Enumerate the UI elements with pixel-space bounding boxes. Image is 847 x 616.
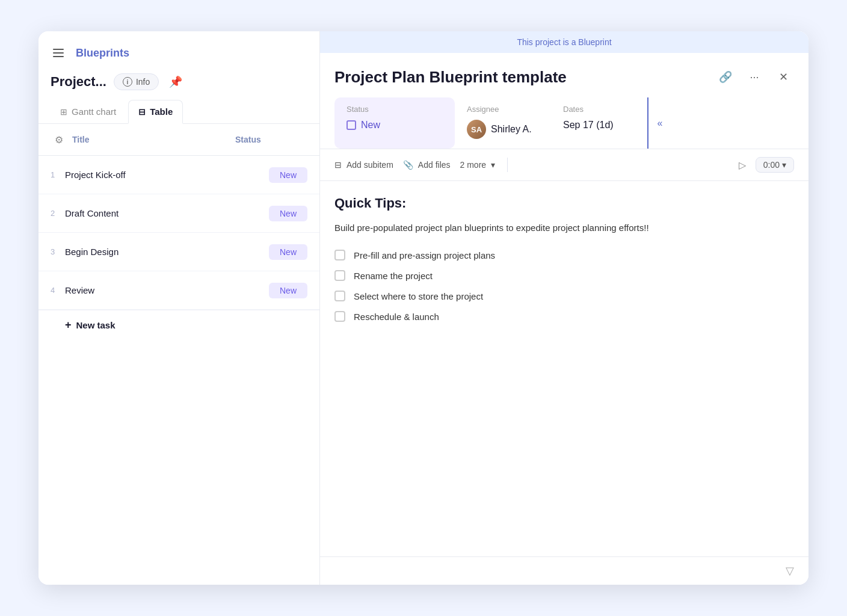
status-value: New <box>346 120 443 131</box>
task-title: Project Kick-off <box>65 170 269 180</box>
info-button[interactable]: i Info <box>114 73 159 90</box>
checklist-label: Select where to store the project <box>354 291 483 301</box>
status-badge: New <box>269 167 307 183</box>
dates-value: Sep 17 (1d) <box>563 120 635 131</box>
meta-row: Status New Assignee SA Shirley A. Dates <box>320 97 808 149</box>
list-item[interactable]: Reschedule & launch <box>334 311 794 322</box>
detail-title: Project Plan Blueprint template <box>334 68 705 87</box>
checkbox[interactable] <box>334 250 345 260</box>
paperclip-icon: 📎 <box>403 160 413 170</box>
timer-display[interactable]: 0:00 ▾ <box>756 157 794 173</box>
view-tabs: ⊞ Gantt chart ⊟ Table <box>38 100 319 124</box>
status-text: New <box>361 120 380 131</box>
assignee-meta-card[interactable]: Assignee SA Shirley A. <box>455 97 551 149</box>
date-text: Sep 17 (1d) <box>563 120 614 131</box>
checkbox[interactable] <box>334 291 345 301</box>
left-panel: Blueprints Project... i Info 📌 ⊞ Gantt c… <box>38 31 320 585</box>
status-checkbox[interactable] <box>346 120 356 130</box>
table-icon: ⊟ <box>138 107 146 117</box>
header-actions: 🔗 ··· ✕ <box>715 66 794 88</box>
table-row[interactable]: 1 Project Kick-off New <box>38 156 319 194</box>
status-badge: New <box>269 283 307 298</box>
dates-meta-card[interactable]: Dates Sep 17 (1d) <box>551 97 647 149</box>
detail-footer: ▽ <box>320 556 808 585</box>
checklist-label: Pre-fill and pre-assign project plans <box>354 250 495 260</box>
project-title: Project... <box>51 74 106 90</box>
right-panel: This project is a Blueprint Project Plan… <box>320 31 808 585</box>
task-title: Review <box>65 285 269 295</box>
menu-icon[interactable] <box>51 43 70 63</box>
filter-icon[interactable]: ▽ <box>786 564 794 578</box>
task-title: Begin Design <box>65 247 269 257</box>
checklist-label: Rename the project <box>354 271 433 281</box>
timer-section: ▷ 0:00 ▾ <box>734 156 794 173</box>
info-icon: i <box>123 77 132 87</box>
play-button[interactable]: ▷ <box>734 156 751 173</box>
avatar: SA <box>467 120 486 139</box>
chevron-down-icon: ▾ <box>491 160 495 170</box>
more-options-icon[interactable]: ··· <box>744 66 765 88</box>
settings-icon[interactable]: ⚙ <box>51 131 67 148</box>
col-status-label: Status <box>235 135 307 144</box>
task-title: Draft Content <box>65 208 269 218</box>
project-header: Project... i Info 📌 <box>38 70 319 100</box>
assignee-label: Assignee <box>467 105 539 114</box>
table-row[interactable]: 2 Draft Content New <box>38 194 319 233</box>
close-icon[interactable]: ✕ <box>772 66 794 88</box>
list-item[interactable]: Select where to store the project <box>334 291 794 301</box>
status-meta-card[interactable]: Status New <box>334 97 455 149</box>
quick-tips-title: Quick Tips: <box>334 196 794 211</box>
checklist: Pre-fill and pre-assign project plans Re… <box>334 250 794 322</box>
link-icon[interactable]: 🔗 <box>715 66 736 88</box>
subitem-icon: ⊟ <box>334 160 342 170</box>
table-row[interactable]: 3 Begin Design New <box>38 233 319 271</box>
assignee-value: SA Shirley A. <box>467 120 539 139</box>
list-item[interactable]: Pre-fill and pre-assign project plans <box>334 250 794 260</box>
list-item[interactable]: Rename the project <box>334 270 794 281</box>
table-header: ⚙ Title Status <box>38 124 319 156</box>
status-label: Status <box>346 105 443 114</box>
detail-body: Quick Tips: Build pre-populated project … <box>320 181 808 556</box>
add-files-button[interactable]: 📎 Add files <box>403 158 451 172</box>
pin-icon[interactable]: 📌 <box>166 72 185 91</box>
new-task-button[interactable]: + New task <box>38 310 319 340</box>
plus-icon: + <box>65 319 72 331</box>
checkbox[interactable] <box>334 270 345 281</box>
more-options-button[interactable]: 2 more ▾ <box>460 158 496 172</box>
top-bar: Blueprints <box>38 31 319 70</box>
chevron-down-icon: ▾ <box>782 160 786 170</box>
checkbox[interactable] <box>334 311 345 322</box>
detail-header: Project Plan Blueprint template 🔗 ··· ✕ <box>320 53 808 97</box>
divider <box>507 158 508 172</box>
collapse-panel-button[interactable]: « <box>647 97 671 149</box>
brand-title: Blueprints <box>76 47 129 60</box>
subitem-bar: ⊟ Add subitem 📎 Add files 2 more ▾ ▷ 0:0… <box>320 149 808 181</box>
tab-table[interactable]: ⊟ Table <box>128 100 183 124</box>
status-badge: New <box>269 244 307 260</box>
add-subitem-button[interactable]: ⊟ Add subitem <box>334 158 393 172</box>
gantt-icon: ⊞ <box>60 107 67 117</box>
col-title-label: Title <box>72 135 230 144</box>
row-number: 1 <box>51 170 65 179</box>
task-list: 1 Project Kick-off New 2 Draft Content N… <box>38 156 319 585</box>
table-row[interactable]: 4 Review New <box>38 271 319 310</box>
quick-tips-description: Build pre-populated project plan bluepri… <box>334 221 794 235</box>
tab-gantt[interactable]: ⊞ Gantt chart <box>51 100 126 123</box>
status-badge: New <box>269 206 307 221</box>
checklist-label: Reschedule & launch <box>354 312 439 322</box>
row-number: 2 <box>51 209 65 218</box>
assignee-name: Shirley A. <box>491 124 532 135</box>
blueprint-banner: This project is a Blueprint <box>320 31 808 53</box>
dates-label: Dates <box>563 105 635 114</box>
row-number: 4 <box>51 286 65 295</box>
row-number: 3 <box>51 247 65 256</box>
